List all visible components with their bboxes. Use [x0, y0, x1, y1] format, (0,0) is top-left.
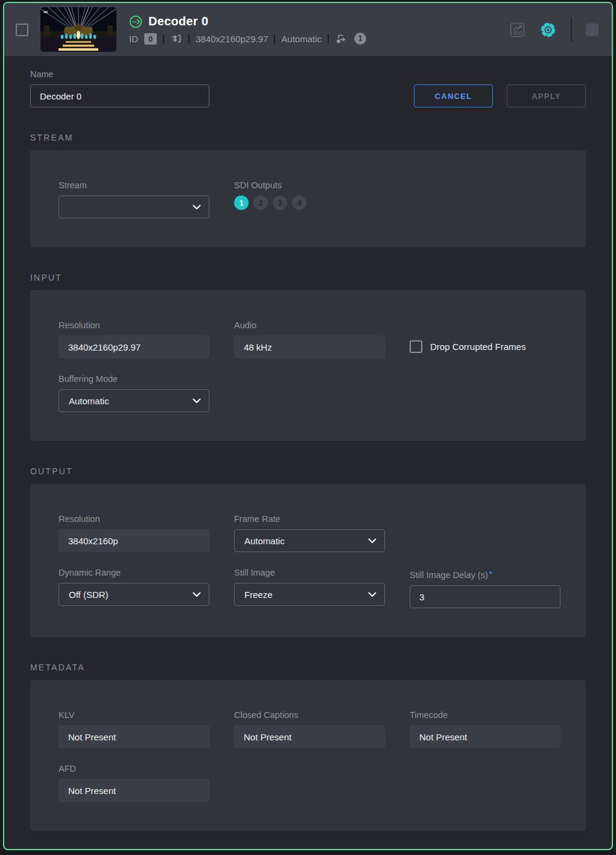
stream-thumbnail: 4K: [40, 7, 116, 52]
id-badge: 0: [144, 33, 157, 45]
output-section: OUTPUT Resolution 3840x2160p Frame Rate …: [30, 466, 586, 637]
sdi-outputs-group: SDI Outputs 1 2 3 4: [234, 180, 385, 210]
header-frame-rate-mode: Automatic: [281, 34, 322, 44]
buffering-mode-label: Buffering Mode: [59, 374, 209, 384]
apply-button[interactable]: APPLY: [507, 84, 586, 107]
sdi-output-2-button[interactable]: 2: [253, 195, 268, 210]
chevron-down-icon: [192, 592, 201, 597]
audio-label: Audio: [234, 320, 385, 330]
frame-rate-group: Frame Rate Automatic: [234, 514, 385, 552]
frame-rate-select[interactable]: Automatic: [234, 529, 385, 552]
chevron-down-icon: [192, 398, 201, 404]
input-section: INPUT Resolution 3840x2160p29.97 Audio 4…: [30, 273, 586, 441]
still-image-group: Still Image Freeze: [234, 568, 385, 606]
stream-section: STREAM Stream SDI Outputs: [30, 133, 586, 247]
separator: [188, 34, 189, 43]
still-image-delay-input[interactable]: [410, 585, 560, 608]
cancel-button[interactable]: CANCEL: [414, 84, 493, 107]
closed-captions-group: Closed Captions Not Present: [234, 710, 385, 748]
drop-corrupted-frames-checkbox[interactable]: [410, 340, 422, 353]
decoder-panel: 4K Decoder 0 ID 0: [3, 2, 613, 850]
chevron-down-icon: [192, 205, 201, 210]
dynamic-range-select[interactable]: Off (SDR): [59, 583, 209, 606]
sdi-output-1-button[interactable]: 1: [234, 195, 249, 210]
drop-corrupted-frames-label: Drop Corrupted Frames: [430, 342, 526, 352]
metadata-section-title: METADATA: [30, 663, 586, 672]
stop-button[interactable]: [586, 24, 599, 36]
dynamic-range-group: Dynamic Range Off (SDR): [59, 568, 209, 606]
name-label: Name: [30, 69, 209, 79]
decoder-header: 4K Decoder 0 ID 0: [4, 3, 612, 56]
drop-corrupted-frames-row: Drop Corrupted Frames: [410, 340, 613, 353]
timecode-label: Timecode: [410, 710, 613, 720]
still-image-select[interactable]: Freeze: [234, 583, 385, 606]
timecode-value: Not Present: [410, 725, 560, 748]
input-resolution-group: Resolution 3840x2160p29.97: [59, 320, 209, 358]
stream-label: Stream: [59, 180, 209, 190]
input-resolution-value: 3840x2160p29.97: [59, 335, 209, 358]
timecode-group: Timecode Not Present: [410, 710, 613, 748]
stream-field-group: Stream: [59, 180, 209, 218]
separator: [274, 34, 275, 43]
stream-select[interactable]: [59, 195, 209, 218]
decoder-title: Decoder 0: [148, 14, 208, 28]
closed-captions-label: Closed Captions: [234, 710, 385, 720]
stream-section-title: STREAM: [30, 133, 586, 142]
still-image-delay-label: Still Image Delay (s)•: [410, 568, 613, 580]
chart-icon: [509, 22, 526, 38]
output-section-title: OUTPUT: [30, 466, 586, 476]
input-resolution-label: Resolution: [59, 320, 209, 330]
still-image-value: Freeze: [244, 590, 273, 600]
name-field-group: Name: [30, 69, 209, 107]
input-section-title: INPUT: [30, 273, 586, 282]
settings-button[interactable]: [539, 21, 557, 39]
still-image-label: Still Image: [234, 568, 385, 577]
output-resolution-value: 3840x2160p: [59, 529, 209, 552]
audio-value: 48 kHz: [234, 335, 385, 358]
klv-group: KLV Not Present: [59, 710, 209, 748]
klv-label: KLV: [59, 710, 209, 720]
decoder-settings-form: Name CANCEL APPLY STREAM Stream: [4, 56, 612, 831]
decoder-meta-row: ID 0 3840x2160p29.97 Automatic: [129, 33, 366, 45]
frame-rate-label: Frame Rate: [234, 514, 385, 524]
sdi-outputs-label: SDI Outputs: [234, 180, 385, 190]
statistics-button[interactable]: [509, 22, 526, 38]
sdi-output-3-button[interactable]: 3: [273, 195, 287, 210]
buffering-mode-select[interactable]: Automatic: [59, 389, 209, 412]
afd-group: AFD Not Present: [59, 764, 209, 802]
output-resolution-group: Resolution 3840x2160p: [59, 514, 209, 552]
afd-label: AFD: [59, 764, 209, 774]
input-signal-icon: [170, 33, 182, 45]
separator: [328, 34, 329, 43]
separator: [163, 34, 164, 43]
sdi-output-4-button[interactable]: 4: [292, 195, 306, 210]
audio-group: Audio 48 kHz: [234, 320, 385, 358]
outputs-count-badge: 1: [354, 33, 366, 45]
required-marker: •: [489, 568, 492, 577]
output-resolution-label: Resolution: [59, 514, 209, 524]
select-decoder-checkbox[interactable]: [16, 24, 28, 36]
decoder-title-block: Decoder 0 ID 0 3840x2160p29.97: [129, 14, 366, 45]
id-label: ID: [129, 34, 138, 44]
buffering-mode-value: Automatic: [69, 396, 109, 406]
output-route-icon: [335, 33, 348, 45]
closed-captions-value: Not Present: [234, 725, 385, 748]
thumbnail-watermark: 4K: [43, 10, 48, 14]
dynamic-range-label: Dynamic Range: [59, 568, 209, 577]
metadata-section: METADATA KLV Not Present Closed Captions…: [30, 663, 586, 831]
klv-value: Not Present: [59, 725, 209, 748]
name-input[interactable]: [30, 84, 209, 107]
still-image-delay-group: Still Image Delay (s)•: [410, 568, 613, 608]
header-divider: [571, 17, 572, 42]
frame-rate-value: Automatic: [244, 536, 285, 546]
dynamic-range-value: Off (SDR): [69, 590, 109, 600]
chevron-down-icon: [368, 592, 376, 597]
gear-icon: [539, 21, 557, 39]
header-resolution: 3840x2160p29.97: [195, 34, 268, 44]
decoder-active-status-icon: [129, 15, 142, 28]
buffering-mode-group: Buffering Mode Automatic: [59, 374, 209, 412]
afd-value: Not Present: [59, 779, 209, 802]
chevron-down-icon: [368, 538, 376, 544]
